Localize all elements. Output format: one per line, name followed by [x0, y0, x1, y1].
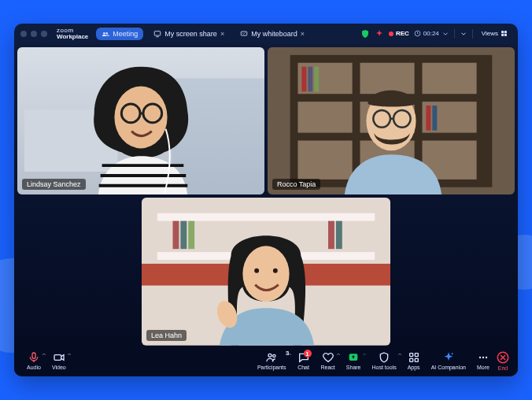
- window-controls: [20, 31, 47, 37]
- svg-rect-54: [415, 354, 418, 357]
- recording-indicator[interactable]: REC: [389, 30, 409, 37]
- sparkle-icon: [442, 351, 455, 364]
- end-call-icon: [496, 350, 510, 365]
- svg-rect-8: [504, 34, 507, 36]
- video-tile[interactable]: Lea Hahn: [142, 198, 390, 346]
- svg-rect-7: [501, 34, 504, 36]
- shield-icon: [378, 351, 390, 364]
- button-label: AI Companion: [431, 365, 466, 370]
- chevron-up-icon[interactable]: [335, 351, 342, 357]
- maximize-dot[interactable]: [41, 31, 47, 37]
- svg-rect-26: [301, 66, 306, 91]
- button-label: Host tools: [372, 365, 397, 370]
- chevron-down-icon[interactable]: [441, 30, 449, 38]
- chevron-down-icon[interactable]: [460, 30, 467, 38]
- chat-button[interactable]: 1 Chat: [293, 350, 315, 372]
- svg-rect-56: [415, 359, 418, 362]
- more-icon: [477, 351, 490, 364]
- end-button[interactable]: End: [496, 350, 510, 371]
- tab-screen-share[interactable]: My screen share ×: [148, 28, 230, 40]
- bottom-toolbar: Audio Video 3 Participants 1 Chat React: [14, 346, 518, 376]
- video-placeholder: [17, 47, 264, 195]
- apps-icon: [408, 351, 420, 364]
- chevron-up-icon[interactable]: [361, 351, 368, 357]
- svg-rect-30: [432, 106, 437, 131]
- button-label: Share: [346, 365, 361, 370]
- svg-rect-53: [409, 354, 412, 357]
- close-icon[interactable]: ×: [220, 30, 224, 38]
- svg-point-58: [479, 357, 481, 358]
- sparkle-icon[interactable]: [375, 29, 384, 39]
- more-button[interactable]: More: [472, 350, 494, 372]
- participants-icon: [265, 351, 278, 364]
- participant-name: Lindsay Sanchez: [22, 179, 86, 190]
- chat-badge: 1: [304, 350, 312, 357]
- divider: [454, 29, 455, 39]
- tab-whiteboard[interactable]: My whiteboard ×: [235, 28, 310, 40]
- svg-point-45: [254, 269, 259, 273]
- button-label: Video: [52, 365, 66, 370]
- recording-label: REC: [396, 30, 409, 37]
- views-button[interactable]: Views: [478, 28, 512, 39]
- svg-point-44: [242, 246, 289, 302]
- svg-point-1: [106, 32, 109, 35]
- views-label: Views: [482, 30, 498, 37]
- participants-button[interactable]: 3 Participants: [253, 350, 291, 372]
- svg-point-57: [451, 354, 453, 355]
- chevron-up-icon[interactable]: [397, 351, 403, 357]
- svg-rect-29: [426, 106, 430, 131]
- video-tile[interactable]: Rocco Tapia: [268, 47, 515, 195]
- svg-rect-2: [155, 31, 161, 35]
- host-tools-button[interactable]: Host tools: [368, 350, 401, 372]
- ai-companion-button[interactable]: AI Companion: [427, 350, 471, 372]
- participant-name: Rocco Tapia: [272, 179, 320, 190]
- svg-point-59: [482, 357, 484, 358]
- timer-value: 00:24: [423, 30, 439, 37]
- shield-icon[interactable]: [360, 29, 370, 39]
- svg-point-51: [273, 355, 275, 357]
- close-icon[interactable]: ×: [301, 30, 305, 38]
- chevron-up-icon[interactable]: [41, 351, 47, 357]
- button-label: React: [321, 365, 335, 370]
- video-placeholder: [268, 47, 515, 195]
- svg-rect-27: [308, 66, 312, 91]
- heart-icon: [322, 351, 334, 364]
- react-button[interactable]: React: [316, 350, 340, 372]
- button-label: Apps: [408, 365, 420, 370]
- video-grid: Lindsay Sanchez: [14, 44, 518, 346]
- svg-rect-5: [501, 31, 504, 33]
- titlebar-right: REC 00:24 Views: [360, 28, 512, 39]
- tab-meeting[interactable]: Meeting: [96, 28, 143, 40]
- share-screen-icon: [347, 351, 360, 364]
- audio-button[interactable]: Audio: [22, 350, 46, 372]
- svg-point-46: [273, 269, 278, 273]
- grid-icon: [501, 30, 508, 37]
- apps-button[interactable]: Apps: [403, 350, 425, 372]
- share-button[interactable]: Share: [342, 350, 366, 372]
- app-window: zoom Workplace Meeting My screen share ×…: [14, 24, 518, 376]
- svg-rect-38: [173, 221, 179, 250]
- tab-label: Meeting: [113, 30, 138, 38]
- svg-rect-19: [423, 62, 477, 94]
- minimize-dot[interactable]: [31, 31, 37, 37]
- svg-rect-48: [32, 353, 35, 358]
- svg-rect-41: [328, 221, 334, 250]
- tab-label: My whiteboard: [251, 30, 297, 38]
- svg-rect-23: [298, 140, 353, 179]
- button-label: Chat: [297, 365, 309, 370]
- chevron-up-icon[interactable]: [286, 351, 293, 357]
- chevron-up-icon[interactable]: [66, 351, 72, 357]
- svg-point-50: [268, 354, 272, 357]
- video-tile[interactable]: Lindsay Sanchez: [17, 47, 264, 195]
- video-button[interactable]: Video: [47, 350, 71, 372]
- close-dot[interactable]: [20, 31, 27, 37]
- svg-rect-49: [54, 355, 61, 361]
- brand-line2: Workplace: [57, 34, 88, 40]
- svg-rect-28: [314, 66, 319, 91]
- svg-rect-6: [504, 31, 507, 33]
- svg-rect-11: [172, 78, 265, 194]
- screen-share-icon: [153, 30, 161, 38]
- participant-name: Lea Hahn: [146, 330, 187, 341]
- svg-rect-42: [336, 221, 342, 250]
- svg-point-60: [486, 357, 487, 358]
